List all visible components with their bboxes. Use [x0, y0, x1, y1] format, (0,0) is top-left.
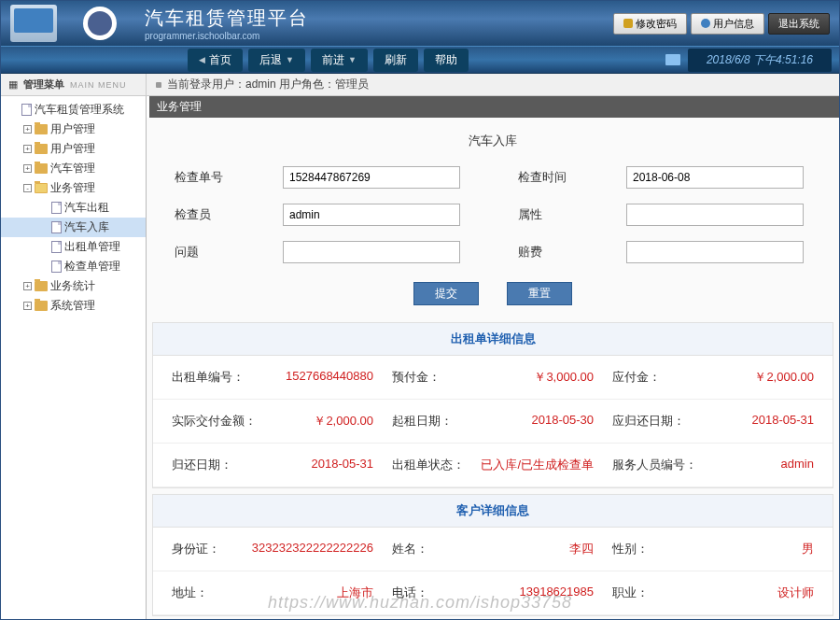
- detail-label: 应归还日期：: [612, 413, 685, 430]
- form-title: 汽车入库: [175, 127, 811, 159]
- sidebar-item[interactable]: -业务管理: [1, 178, 146, 198]
- forward-button[interactable]: 前进▼: [311, 49, 368, 72]
- header-bar: 汽车租赁管理平台 programmer.ischoolbar.com 修改密码 …: [1, 1, 839, 46]
- detail-value: 2018-05-31: [752, 413, 815, 430]
- inspector-input[interactable]: [283, 204, 460, 226]
- detail-row: 归还日期：2018-05-31出租单状态：已入库/已生成检查单服务人员编号：ad…: [153, 444, 833, 487]
- plus-icon[interactable]: +: [23, 282, 32, 290]
- folder-icon: [35, 163, 48, 174]
- user-info-button[interactable]: 用户信息: [691, 13, 764, 35]
- menu-sublabel: MAIN MENU: [70, 80, 127, 90]
- plus-icon[interactable]: +: [23, 125, 32, 134]
- detail-label: 归还日期：: [172, 457, 232, 473]
- logout-button[interactable]: 退出系统: [768, 13, 830, 35]
- sidebar-item[interactable]: +汽车管理: [1, 159, 146, 178]
- app-subtitle: programmer.ischoolbar.com: [145, 31, 309, 41]
- page-icon: [21, 104, 32, 116]
- sidebar-item-label: 系统管理: [50, 298, 95, 314]
- detail-label: 姓名：: [392, 541, 428, 557]
- detail-value: 13918621985: [519, 585, 594, 601]
- detail-value: ￥2,000.00: [314, 413, 373, 430]
- sidebar-item-label: 业务统计: [50, 278, 95, 294]
- problem-label: 问题: [175, 244, 268, 261]
- folder-icon: [35, 124, 48, 134]
- detail-label: 地址：: [172, 585, 208, 601]
- sidebar-item[interactable]: +业务统计: [1, 276, 146, 296]
- detail-value: ￥2,000.00: [754, 369, 814, 386]
- detail-value: 323232322222222226: [252, 541, 373, 557]
- reset-button[interactable]: 重置: [507, 282, 572, 305]
- sidebar-item[interactable]: +系统管理: [1, 296, 146, 316]
- monitor-icon: [10, 5, 57, 42]
- detail-label: 应付金：: [612, 369, 661, 386]
- toolbar: ◀首页 后退▼ 前进▼ 刷新 帮助 2018/6/8 下午4:51:16: [1, 46, 839, 74]
- detail-value: 已入库/已生成检查单: [481, 457, 594, 473]
- folder-icon: [35, 281, 48, 291]
- minus-icon[interactable]: -: [23, 184, 32, 192]
- page-icon: [51, 202, 62, 214]
- help-button[interactable]: 帮助: [424, 49, 469, 72]
- menu-label: 管理菜单: [23, 78, 64, 92]
- detail-row: 身份证：323232322222222226姓名：李四性别：男: [153, 528, 833, 571]
- plus-icon[interactable]: +: [23, 164, 32, 173]
- attribute-input[interactable]: [626, 204, 804, 226]
- detail-label: 电话：: [392, 585, 428, 601]
- sidebar-item-label: 出租单管理: [64, 239, 120, 255]
- login-info: 当前登录用户：admin 用户角色：管理员: [167, 77, 369, 92]
- detail-label: 起租日期：: [392, 413, 453, 430]
- sidebar-subitem[interactable]: 汽车出租: [1, 198, 146, 218]
- change-password-button[interactable]: 修改密码: [613, 13, 687, 35]
- sidebar-item[interactable]: +用户管理: [1, 139, 146, 159]
- tree-root[interactable]: 汽车租赁管理系统: [1, 100, 146, 120]
- sidebar-subitem[interactable]: 检查单管理: [1, 257, 146, 276]
- sidebar-item[interactable]: +用户管理: [1, 120, 146, 139]
- compensation-input[interactable]: [626, 241, 804, 263]
- customer-detail-header: 客户详细信息: [153, 495, 833, 528]
- sidebar-item-label: 业务管理: [50, 180, 95, 196]
- app-title: 汽车租赁管理平台: [145, 6, 309, 31]
- folder-icon: [35, 301, 48, 311]
- refresh-button[interactable]: 刷新: [373, 49, 418, 72]
- detail-value: 1527668440880: [286, 369, 373, 386]
- page-icon: [51, 241, 62, 253]
- page-icon: [51, 221, 62, 233]
- sidebar-item-label: 检查单管理: [64, 259, 120, 275]
- content-header: 业务管理: [147, 96, 839, 118]
- folder-icon: [35, 144, 48, 154]
- dot-icon: [156, 82, 161, 88]
- detail-label: 出租单编号：: [172, 369, 245, 386]
- detail-label: 服务人员编号：: [612, 457, 697, 473]
- detail-value: 2018-05-30: [532, 413, 595, 430]
- sidebar-item-label: 汽车出租: [64, 200, 109, 216]
- check-no-input[interactable]: [283, 166, 460, 189]
- detail-row: 出租单编号：1527668440880预付金：￥3,000.00应付金：￥2,0…: [153, 356, 833, 400]
- check-time-input[interactable]: [626, 166, 804, 189]
- clock-display: 2018/6/8 下午4:51:16: [688, 49, 832, 72]
- detail-label: 职业：: [612, 585, 649, 601]
- key-icon: [623, 19, 633, 28]
- sidebar-subitem[interactable]: 出租单管理: [1, 237, 146, 257]
- inspector-label: 检查员: [175, 206, 268, 223]
- sidebar-subitem[interactable]: 汽车入库: [1, 218, 146, 237]
- detail-label: 预付金：: [392, 369, 441, 386]
- page-icon: [51, 261, 62, 273]
- compensation-label: 赔费: [518, 244, 611, 261]
- detail-value: admin: [781, 457, 814, 473]
- plus-icon[interactable]: +: [23, 145, 32, 153]
- sidebar-item-label: 汽车管理: [50, 161, 95, 176]
- detail-label: 实际交付金额：: [172, 413, 257, 430]
- back-button[interactable]: 后退▼: [248, 49, 305, 72]
- avatar: [83, 7, 117, 40]
- sidebar-item-label: 汽车入库: [64, 219, 109, 235]
- home-button[interactable]: ◀首页: [188, 49, 243, 72]
- plus-icon[interactable]: +: [23, 302, 32, 310]
- detail-value: 男: [802, 541, 814, 557]
- problem-input[interactable]: [283, 241, 460, 263]
- detail-row: 地址：上海市电话：13918621985职业：设计师: [153, 571, 833, 615]
- submit-button[interactable]: 提交: [413, 282, 479, 305]
- detail-label: 出租单状态：: [392, 457, 465, 473]
- monitor-small-icon: [665, 54, 680, 65]
- doc-icon: ▦: [8, 78, 18, 91]
- sidebar-item-label: 用户管理: [50, 121, 95, 137]
- detail-row: 实际交付金额：￥2,000.00起租日期：2018-05-30应归还日期：201…: [153, 400, 833, 444]
